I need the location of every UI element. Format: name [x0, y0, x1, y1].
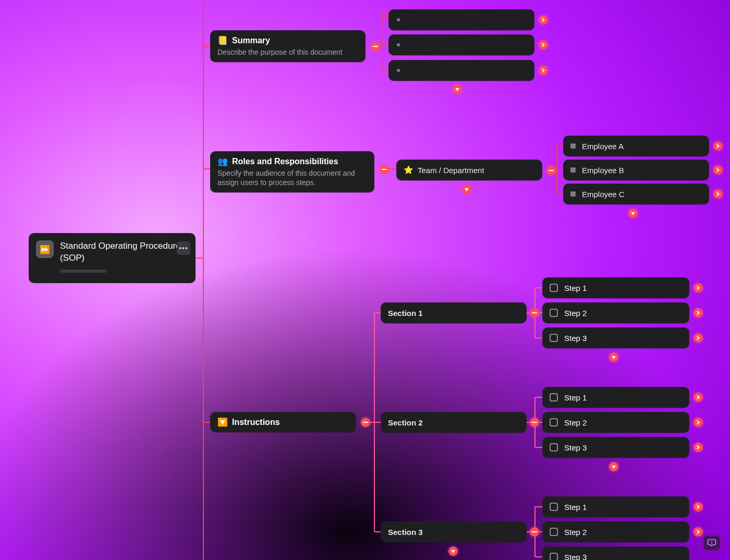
- section-2-step-1-label: Step 1: [564, 393, 587, 402]
- employee-c-node[interactable]: Employee C: [563, 184, 709, 204]
- help-button[interactable]: [703, 535, 721, 551]
- add-sibling-button[interactable]: [453, 84, 462, 94]
- section-2-step-3[interactable]: Step 3: [542, 437, 689, 458]
- expand-button[interactable]: [539, 40, 548, 50]
- team-label: Team / Department: [418, 166, 484, 175]
- roles-title: Roles and Responsibilities: [232, 157, 338, 166]
- section-2-step-2-label: Step 2: [564, 418, 587, 427]
- section-2-step-1[interactable]: Step 1: [542, 387, 689, 408]
- checkbox-icon[interactable]: [550, 553, 558, 560]
- add-sibling-button[interactable]: [462, 185, 471, 194]
- expand-button[interactable]: [694, 443, 703, 452]
- employee-a-label: Employee A: [582, 142, 624, 151]
- employee-b-node[interactable]: Employee B: [563, 160, 709, 180]
- collapse-button[interactable]: [530, 418, 539, 427]
- roles-node[interactable]: 👥 Roles and Responsibilities Specify the…: [210, 151, 374, 192]
- expand-button[interactable]: [713, 189, 723, 199]
- checkbox-icon[interactable]: [550, 284, 558, 292]
- employee-b-label: Employee B: [582, 166, 624, 175]
- down-arrow-icon: 🔽: [217, 417, 228, 427]
- instructions-node[interactable]: 🔽 Instructions: [210, 412, 356, 432]
- add-sibling-button[interactable]: [609, 462, 618, 471]
- summary-subtitle: Describe the purpose of this document: [217, 47, 358, 57]
- section-1-step-1[interactable]: Step 1: [542, 277, 689, 298]
- section-3-label: Section 3: [388, 528, 423, 537]
- collapse-button[interactable]: [380, 165, 389, 174]
- summary-bullet-1[interactable]: [388, 9, 534, 30]
- expand-button[interactable]: [539, 66, 548, 75]
- section-3-step-1[interactable]: Step 1: [542, 496, 689, 517]
- section-1-step-2[interactable]: Step 2: [542, 302, 689, 323]
- star-icon: ⭐: [404, 165, 413, 175]
- employee-a-node[interactable]: Employee A: [563, 136, 709, 156]
- expand-button[interactable]: [694, 393, 703, 402]
- collapse-button[interactable]: [530, 308, 539, 318]
- add-sibling-button[interactable]: [628, 209, 638, 218]
- section-1-step-1-label: Step 1: [564, 284, 587, 293]
- summary-bullet-2[interactable]: [388, 34, 534, 55]
- section-1-step-3[interactable]: Step 3: [542, 327, 689, 348]
- checkbox-icon[interactable]: [550, 309, 558, 317]
- root-more-button[interactable]: •••: [177, 241, 190, 255]
- checkbox-icon[interactable]: [550, 418, 558, 427]
- section-2-label: Section 2: [388, 418, 423, 427]
- checkbox-icon[interactable]: [550, 503, 558, 511]
- instructions-title: Instructions: [232, 418, 280, 427]
- collapse-button[interactable]: [530, 527, 539, 537]
- collapse-button[interactable]: [361, 418, 370, 427]
- section-3-node[interactable]: Section 3: [381, 521, 527, 542]
- section-2-step-2[interactable]: Step 2: [542, 412, 689, 433]
- section-3-step-2-label: Step 2: [564, 528, 587, 537]
- collapse-button[interactable]: [371, 42, 380, 51]
- checkbox-icon[interactable]: [550, 528, 558, 536]
- summary-title: Summary: [232, 36, 270, 45]
- section-2-step-3-label: Step 3: [564, 443, 587, 452]
- section-2-node[interactable]: Section 2: [381, 412, 527, 433]
- team-node[interactable]: ⭐ Team / Department: [396, 160, 542, 180]
- checkbox-icon[interactable]: [550, 443, 558, 452]
- mindmap-canvas[interactable]: ⏩ Standard Operating Procedure (SOP) •••…: [0, 0, 730, 560]
- section-1-step-2-label: Step 2: [564, 309, 587, 318]
- expand-button[interactable]: [694, 333, 703, 343]
- roles-subtitle: Specify the audience of this document an…: [217, 168, 367, 187]
- collapse-button[interactable]: [546, 166, 556, 175]
- square-icon: [570, 191, 576, 197]
- expand-button[interactable]: [694, 283, 703, 293]
- people-icon: 👥: [217, 156, 228, 166]
- expand-button[interactable]: [713, 141, 723, 151]
- expand-button[interactable]: [694, 308, 703, 318]
- section-1-label: Section 1: [388, 309, 423, 318]
- root-subtitle-placeholder: [60, 270, 107, 273]
- square-icon: [570, 167, 576, 173]
- checkbox-icon[interactable]: [550, 334, 558, 342]
- square-icon: [570, 143, 576, 149]
- checkbox-icon[interactable]: [550, 393, 558, 401]
- summary-node[interactable]: 📒 Summary Describe the purpose of this d…: [210, 30, 366, 62]
- expand-button[interactable]: [694, 502, 703, 512]
- section-3-step-3[interactable]: Step 3: [542, 546, 689, 560]
- section-3-step-1-label: Step 1: [564, 503, 587, 512]
- section-1-step-3-label: Step 3: [564, 334, 587, 343]
- add-sibling-button[interactable]: [609, 352, 618, 362]
- summary-bullet-3[interactable]: [388, 60, 534, 81]
- employee-c-label: Employee C: [582, 190, 625, 199]
- section-1-node[interactable]: Section 1: [381, 302, 527, 323]
- section-3-step-3-label: Step 3: [564, 553, 587, 561]
- section-3-step-2[interactable]: Step 2: [542, 521, 689, 542]
- add-sibling-button[interactable]: [448, 546, 458, 556]
- expand-button[interactable]: [694, 418, 703, 427]
- fast-forward-icon: ⏩: [36, 240, 54, 258]
- notebook-icon: 📒: [217, 35, 228, 45]
- expand-button[interactable]: [539, 15, 548, 25]
- root-node[interactable]: ⏩ Standard Operating Procedure (SOP) •••: [29, 233, 196, 283]
- svg-point-0: [712, 542, 712, 542]
- expand-button[interactable]: [694, 527, 703, 537]
- expand-button[interactable]: [713, 165, 723, 175]
- root-title: Standard Operating Procedure (SOP): [60, 240, 188, 264]
